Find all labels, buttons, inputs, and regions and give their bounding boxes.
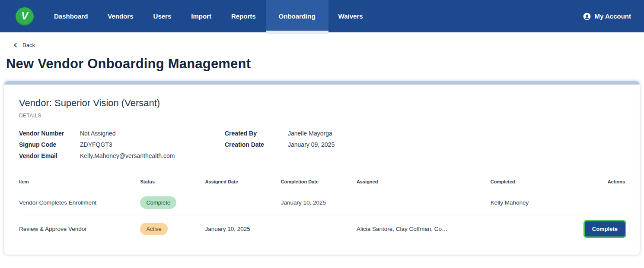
table-header-row: Item Status Assigned Date Completion Dat… xyxy=(19,175,625,190)
vendor-number-value: Not Assigned xyxy=(80,130,225,137)
vendor-email-label: Vendor Email xyxy=(19,152,80,159)
header-actions: Actions xyxy=(583,175,625,190)
vendor-card: Vendor: Superior Vision (Versant) DETAIL… xyxy=(4,81,640,255)
task-item: Review & Approve Vendor xyxy=(19,215,140,243)
chevron-left-icon xyxy=(13,43,18,47)
brand-logo[interactable]: V xyxy=(0,0,34,32)
creation-date-label: Creation Date xyxy=(225,141,288,148)
brand-logo-icon: V xyxy=(16,7,34,25)
status-badge: Complete xyxy=(140,196,176,209)
completion-date-value: January 10, 2025 xyxy=(281,190,357,215)
completion-date-value xyxy=(281,215,357,243)
my-account-button[interactable]: My Account xyxy=(583,0,631,32)
signup-code-value: ZDYFQGT3 xyxy=(80,141,225,148)
back-link[interactable]: Back xyxy=(13,42,35,48)
created-by-label: Created By xyxy=(225,130,288,137)
details-label: DETAILS xyxy=(19,113,625,119)
nav-users[interactable]: Users xyxy=(143,0,182,32)
vendor-number-label: Vendor Number xyxy=(19,130,80,137)
assigned-date-value: January 10, 2025 xyxy=(205,215,281,243)
header-completion-date: Completion Date xyxy=(281,175,357,190)
assigned-date-value xyxy=(205,190,281,215)
nav-vendors[interactable]: Vendors xyxy=(98,0,143,32)
main-nav: Dashboard Vendors Users Import Reports O… xyxy=(44,0,373,32)
user-icon xyxy=(583,12,591,21)
header-assigned: Assigned xyxy=(357,175,491,190)
nav-import[interactable]: Import xyxy=(181,0,221,32)
assigned-value: Alicia Santore, Clay Coffman, Co… xyxy=(357,215,491,243)
top-navbar: V Dashboard Vendors Users Import Reports… xyxy=(0,0,644,32)
vendor-title: Vendor: Superior Vision (Versant) xyxy=(19,98,625,109)
page-main: Back New Vendor Onboarding Management Ve… xyxy=(0,32,644,255)
details-left-column: Vendor Number Not Assigned Signup Code Z… xyxy=(19,130,225,159)
vendor-email-value: Kelly.Mahoney@versanthealth.com xyxy=(80,152,225,159)
header-completed: Completed xyxy=(491,175,583,190)
card-top-accent xyxy=(4,81,640,85)
nav-reports[interactable]: Reports xyxy=(221,0,266,32)
completed-value xyxy=(491,215,583,243)
table-row: Review & Approve Vendor Active January 1… xyxy=(19,215,625,243)
header-assigned-date: Assigned Date xyxy=(205,175,281,190)
actions-cell: Complete xyxy=(583,215,625,243)
my-account-label: My Account xyxy=(595,13,631,20)
header-status: Status xyxy=(140,175,205,190)
details-right-column: Created By Janelle Mayorga Creation Date… xyxy=(225,130,335,159)
creation-date-value: January 09, 2025 xyxy=(288,141,335,148)
table-row: Vendor Completes Enrollment Complete Jan… xyxy=(19,190,625,215)
assigned-value xyxy=(357,190,491,215)
signup-code-label: Signup Code xyxy=(19,141,80,148)
vendor-details: Vendor Number Not Assigned Signup Code Z… xyxy=(19,130,625,159)
nav-waivers[interactable]: Waivers xyxy=(328,0,373,32)
completed-value: Kelly Mahoney xyxy=(491,190,583,215)
onboarding-tasks-table: Item Status Assigned Date Completion Dat… xyxy=(19,175,625,243)
created-by-value: Janelle Mayorga xyxy=(288,130,335,137)
task-item: Vendor Completes Enrollment xyxy=(19,190,140,215)
actions-cell xyxy=(583,190,625,215)
nav-dashboard[interactable]: Dashboard xyxy=(44,0,98,32)
nav-onboarding[interactable]: Onboarding xyxy=(266,0,328,32)
back-label: Back xyxy=(22,42,35,48)
header-item: Item xyxy=(19,175,140,190)
complete-task-button[interactable]: Complete xyxy=(585,221,625,236)
page-title: New Vendor Onboarding Management xyxy=(6,56,644,72)
status-badge: Active xyxy=(140,223,167,235)
